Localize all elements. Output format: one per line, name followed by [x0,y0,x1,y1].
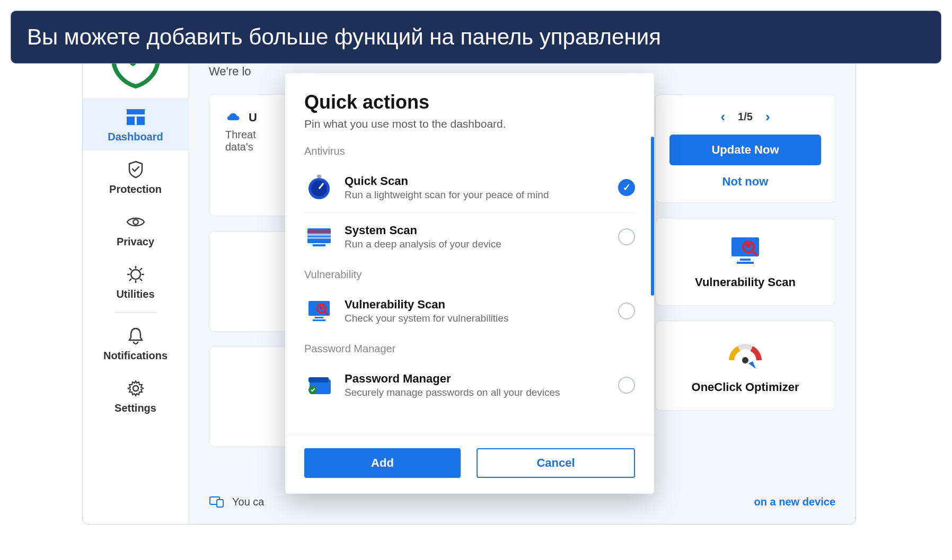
svg-point-3 [133,219,138,224]
pager-text: 1/5 [738,111,753,123]
quickscan-icon [304,173,334,202]
tool-oneclick-optimizer[interactable]: OneClick Optimizer [655,321,835,411]
wallet-icon [304,370,334,400]
devices-icon [209,495,225,508]
svg-line-10 [140,279,142,281]
svg-rect-15 [740,259,751,261]
add-button[interactable]: Add [304,448,461,478]
sidebar-item-label: Privacy [117,236,154,248]
radio-unselected[interactable] [618,303,635,319]
bell-icon [126,326,145,345]
vulnerability-icon [726,234,764,266]
sidebar-item-label: Utilities [116,288,154,300]
update-card: ‹ 1/5 › Update Now Not now [655,94,835,203]
systemscan-icon [304,222,334,252]
section-label-password-manager: Password Manager [304,343,635,355]
sidebar-item-label: Notifications [103,350,168,362]
sidebar: Dashboard Protection Privacy Utilities N… [83,16,189,524]
divider [114,312,157,313]
svg-rect-26 [317,175,321,178]
svg-rect-37 [320,306,323,310]
sidebar-item-utilities[interactable]: Utilities [83,255,188,308]
svg-rect-0 [127,109,145,114]
svg-rect-34 [313,319,325,321]
protection-icon [126,160,145,179]
option-vulnerability-scan[interactable]: Vulnerability Scan Check your system for… [304,286,635,335]
gear-icon [126,265,145,284]
settings-icon [126,379,145,398]
dialog-footer: Add Cancel [285,435,654,494]
svg-rect-39 [308,377,329,383]
sidebar-item-settings[interactable]: Settings [83,369,188,422]
option-description: Run a deep analysis of your device [345,238,607,250]
footer-link[interactable]: on a new device [754,496,835,508]
eye-icon [126,212,145,232]
svg-rect-1 [127,117,135,125]
radio-unselected[interactable] [618,377,635,394]
footer-text: You ca [232,496,264,508]
tool-vulnerability-scan[interactable]: Vulnerability Scan [655,218,835,306]
svg-point-20 [742,357,748,363]
update-now-button[interactable]: Update Now [669,135,821,165]
svg-rect-28 [307,230,331,233]
svg-point-13 [133,386,138,391]
svg-rect-29 [307,234,331,236]
option-system-scan[interactable]: System Scan Run a deep analysis of your … [304,212,635,261]
scrollbar[interactable] [651,137,654,296]
sidebar-item-privacy[interactable]: Privacy [83,203,188,255]
optimizer-icon [726,337,764,371]
option-description: Check your system for vulnerabilities [345,313,607,324]
chevron-right-icon[interactable]: › [765,109,770,125]
option-title: Quick Scan [345,174,607,188]
svg-rect-22 [217,500,223,507]
svg-line-11 [140,268,142,270]
option-quick-scan[interactable]: Quick Scan Run a lightweight scan for yo… [304,163,635,212]
tool-label: Vulnerability Scan [695,275,796,289]
cloud-icon [225,111,241,123]
dialog-title: Quick actions [304,91,635,113]
svg-rect-30 [307,237,331,239]
chevron-left-icon[interactable]: ‹ [720,109,725,125]
option-description: Run a lightweight scan for your peace of… [345,189,607,201]
section-label-vulnerability: Vulnerability [304,269,635,281]
dashboard-icon [126,108,145,127]
banner: Вы можете добавить больше функций на пан… [11,11,941,64]
option-description: Securely manage passwords on all your de… [345,387,607,398]
sidebar-item-dashboard[interactable]: Dashboard [83,98,188,150]
option-title: Password Manager [345,372,607,386]
footer: You ca on a new device [209,495,835,508]
tool-label: OneClick Optimizer [692,380,799,394]
svg-rect-33 [315,317,323,318]
svg-rect-2 [137,117,145,125]
sidebar-item-label: Settings [114,402,156,414]
quick-actions-dialog: Quick actions Pin what you use most to t… [285,73,654,494]
option-password-manager[interactable]: Password Manager Securely manage passwor… [304,360,635,410]
sidebar-item-protection[interactable]: Protection [83,150,188,203]
section-label-antivirus: Antivirus [304,145,635,157]
card-title: U [249,111,257,125]
option-title: System Scan [345,224,607,237]
not-now-button[interactable]: Not now [722,175,769,189]
svg-rect-16 [737,262,754,264]
vulnscan-icon [304,296,334,326]
radio-selected[interactable]: ✓ [618,179,635,196]
svg-point-4 [131,270,140,279]
sidebar-item-label: Dashboard [108,131,163,143]
svg-line-12 [129,279,131,281]
pager: ‹ 1/5 › [720,109,770,125]
svg-rect-31 [313,244,325,246]
sidebar-item-notifications[interactable]: Notifications [83,317,188,369]
cancel-button[interactable]: Cancel [477,448,635,478]
sidebar-item-label: Protection [109,183,162,195]
option-title: Vulnerability Scan [345,298,607,312]
svg-rect-19 [746,244,751,248]
svg-line-9 [129,268,131,270]
radio-unselected[interactable] [618,228,635,245]
dialog-subtitle: Pin what you use most to the dashboard. [304,118,635,130]
